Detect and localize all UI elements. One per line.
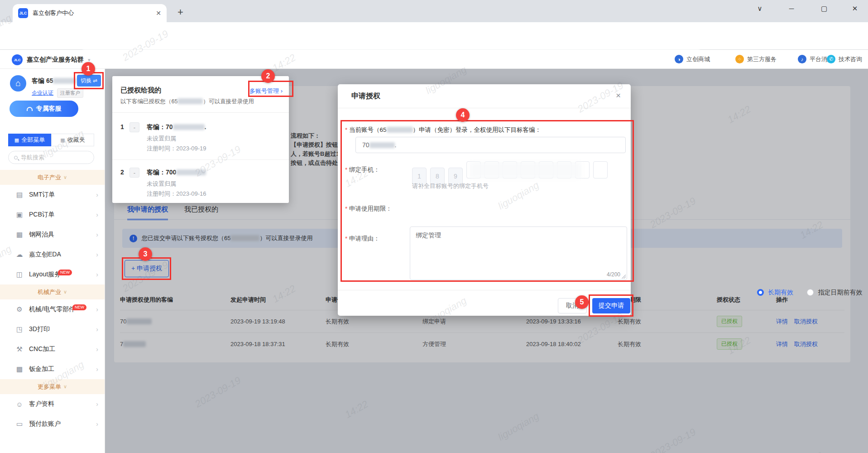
- chevron-right-icon: ›: [96, 326, 98, 333]
- chevron-right-icon: ›: [96, 366, 98, 373]
- menu-group-electronics[interactable]: 电子产业∨: [0, 170, 105, 185]
- registered-customer-tag: 注册客户: [57, 88, 83, 98]
- brand-logo-icon: JLC: [12, 54, 23, 65]
- sheet-metal-icon: ▩: [15, 365, 24, 373]
- modal-title: 申请授权: [351, 92, 380, 101]
- grid-icon: ▦: [60, 137, 65, 143]
- nav-search-input[interactable]: 导航搜索: [8, 151, 94, 164]
- window-close-button[interactable]: ✕: [846, 5, 864, 13]
- sidebar-item-customer-info[interactable]: ☺客户资料›: [0, 394, 105, 414]
- chevron-right-icon: ›: [96, 231, 98, 238]
- home-avatar-icon[interactable]: ⌂: [10, 75, 26, 92]
- sidebar-item-eda[interactable]: ☁嘉立创EDA›: [0, 245, 105, 265]
- authorized-account-item[interactable]: 1 - 客编：70. 未设置归属 注册时间：2023-09-19: [120, 122, 281, 159]
- checkbox-placeholder[interactable]: -: [129, 122, 139, 132]
- chevron-right-icon: ›: [96, 211, 98, 218]
- search-icon: [14, 156, 18, 159]
- chevron-down-icon: ∨: [63, 289, 67, 295]
- browser-tab-bar: JLC 嘉立创客户中心 ✕ + ∨ ─ ▢ ✕: [0, 0, 868, 22]
- menu-group-more[interactable]: 更多菜单∨: [0, 379, 105, 394]
- nav-label: 第三方服务: [747, 55, 777, 63]
- radio-long-term[interactable]: 长期有效: [768, 289, 793, 296]
- wallet-icon: ▭: [15, 420, 24, 428]
- headset-icon: [27, 107, 33, 111]
- headset-icon: ✆: [827, 55, 835, 63]
- customer-number: 客编 65.: [32, 77, 78, 85]
- pcb-order-icon: ▣: [15, 211, 24, 219]
- sidebar-item-sheet-metal[interactable]: ▩钣金加工›: [0, 359, 105, 379]
- person-icon: ☺: [15, 400, 24, 408]
- popup-subtitle: 以下客编已授权您（65）可以直接登录使用: [120, 98, 254, 106]
- term-radio-group: 长期有效 指定日期前有效: [757, 288, 868, 297]
- tab-close-icon[interactable]: ✕: [156, 10, 161, 17]
- favicon-jlc-icon: JLC: [18, 8, 28, 18]
- chevron-down-icon: ∨: [63, 174, 67, 180]
- bell-icon: ♪: [798, 55, 806, 63]
- 3d-print-icon: ◳: [15, 325, 24, 333]
- radio-unchecked-icon[interactable]: [807, 289, 814, 296]
- chevron-down-icon: ∨: [63, 384, 67, 390]
- layout-icon: ◫: [15, 270, 24, 279]
- radio-until-date[interactable]: 指定日期前有效: [818, 289, 862, 296]
- sidebar-item-cnc[interactable]: ⚒CNC加工›: [0, 339, 105, 359]
- sidebar-tabs: ▦全部菜单 ▦收藏夹: [8, 134, 94, 146]
- wrench-icon: ⚙: [15, 305, 24, 313]
- popup-title: 已授权给我的: [120, 86, 161, 95]
- new-tab-button[interactable]: +: [177, 6, 183, 18]
- search-placeholder: 导航搜索: [21, 154, 44, 162]
- browser-url-bar: ← → ⟳ jlc.com/integrated/accountManage?a…: [0, 22, 868, 50]
- sidebar-item-smt-orders[interactable]: ▤SMT订单›: [0, 185, 105, 205]
- annotation-box-form: [340, 120, 634, 282]
- nav-label: 技术咨询: [839, 55, 862, 63]
- window-maximize-button[interactable]: ▢: [815, 5, 833, 13]
- new-badge: NEW: [58, 270, 72, 275]
- tab-favorites[interactable]: ▦收藏夹: [51, 134, 94, 146]
- sidebar-item-layout-service[interactable]: ◫Layout服务NEW›: [0, 265, 105, 284]
- eda-cloud-icon: ☁: [15, 251, 24, 259]
- header-nav-mall[interactable]: ◑ 立创商城: [675, 55, 710, 63]
- annotation-step-5: 5: [575, 295, 589, 309]
- annotation-step-4: 4: [456, 108, 470, 122]
- browser-tab[interactable]: JLC 嘉立创客户中心 ✕: [13, 4, 167, 22]
- annotation-step-2: 2: [261, 69, 275, 83]
- sidebar-item-mech-parts[interactable]: ⚙机械/电气零部件NEW›: [0, 299, 105, 319]
- chevron-right-icon: ›: [96, 420, 98, 428]
- brand[interactable]: JLC 嘉立创产业服务站群 ▾: [12, 54, 91, 65]
- window-minimize-button[interactable]: ─: [782, 5, 801, 12]
- header-nav-support[interactable]: ✆ 技术咨询: [827, 55, 862, 63]
- annotation-step-3: 3: [139, 247, 152, 261]
- mall-icon: ◑: [675, 55, 683, 63]
- chevron-right-icon: ›: [96, 251, 98, 258]
- sidebar-item-3d-print[interactable]: ◳3D打印›: [0, 319, 105, 339]
- chevron-right-icon: ›: [96, 191, 98, 198]
- chevron-right-icon: ›: [96, 271, 98, 278]
- sidebar-menu: 电子产业∨ ▤SMT订单› ▣PCB订单› ▦钢网治具› ☁嘉立创EDA› ◫L…: [0, 170, 105, 434]
- sidebar-item-prepaid-account[interactable]: ▭预付款账户›: [0, 414, 105, 434]
- chevron-right-icon: ›: [96, 306, 98, 313]
- chevron-right-icon: ›: [96, 400, 98, 408]
- header-nav-thirdparty[interactable]: ⁘ 第三方服务: [735, 55, 777, 63]
- menu-group-mechanical[interactable]: 机械产业∨: [0, 284, 105, 299]
- radio-checked-icon[interactable]: [757, 289, 764, 296]
- new-badge: NEW: [72, 304, 86, 310]
- grid-icon: ▦: [14, 137, 19, 143]
- chevron-right-icon: ›: [96, 346, 98, 353]
- window-chevron-icon[interactable]: ∨: [751, 5, 769, 13]
- thirdparty-icon: ⁘: [735, 55, 744, 63]
- tab-title: 嘉立创客户中心: [33, 9, 151, 17]
- cnc-icon: ⚒: [15, 345, 24, 353]
- checkbox-placeholder[interactable]: -: [129, 168, 139, 178]
- sidebar-item-pcb-orders[interactable]: ▣PCB订单›: [0, 205, 105, 225]
- tab-all-menus[interactable]: ▦全部菜单: [8, 134, 51, 146]
- annotation-box-manage-link: [248, 81, 293, 97]
- brand-name: 嘉立创产业服务站群: [27, 56, 84, 64]
- dedicated-service-button[interactable]: 专属客服: [10, 101, 78, 117]
- nav-label: 立创商城: [686, 55, 710, 63]
- stencil-icon: ▦: [15, 231, 24, 239]
- annotation-step-1: 1: [82, 62, 95, 76]
- smt-order-icon: ▤: [15, 191, 24, 199]
- close-icon[interactable]: ×: [616, 91, 621, 101]
- sidebar-item-stencil[interactable]: ▦钢网治具›: [0, 225, 105, 245]
- authorized-account-item[interactable]: 2 - 客编：700 未设置归属 注册时间：2023-09-16: [120, 168, 281, 204]
- enterprise-cert-link[interactable]: 企业认证: [32, 89, 53, 97]
